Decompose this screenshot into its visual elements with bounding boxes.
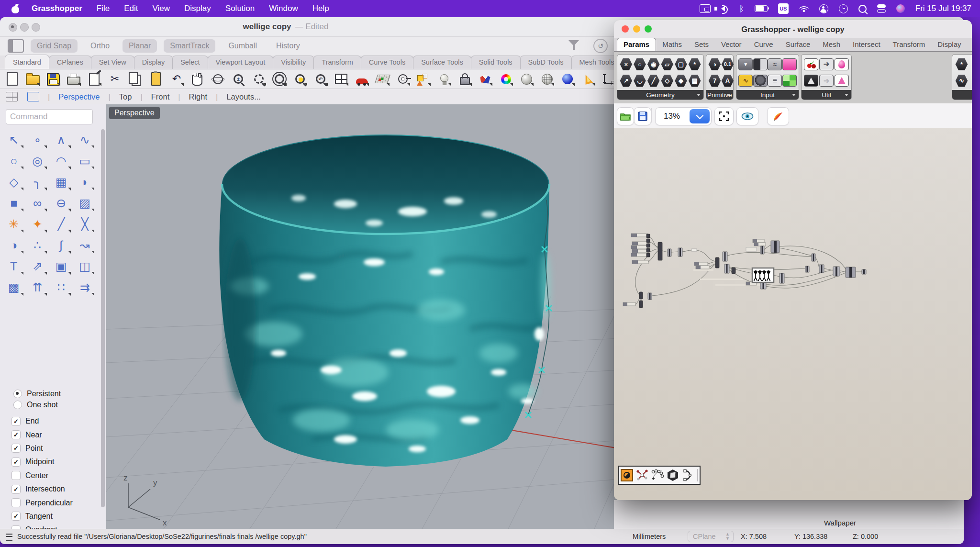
paste-icon[interactable] <box>148 71 164 87</box>
block-tool[interactable]: ▣ <box>49 256 73 277</box>
osnap-midpoint[interactable]: Midpoint <box>0 455 102 469</box>
patch-tool[interactable]: ▨ <box>73 192 97 213</box>
line-param-icon[interactable]: ╱ <box>647 74 660 87</box>
toggle-ortho[interactable]: Ortho <box>84 39 116 53</box>
curve-param-icon[interactable]: ◉ <box>647 58 660 71</box>
graph-mapper-icon[interactable] <box>768 58 782 70</box>
gh-canvas[interactable] <box>614 128 972 500</box>
box-tool[interactable]: ■ <box>2 192 26 213</box>
surface-curved-tool[interactable]: ◗ <box>73 171 97 192</box>
profiler-icon[interactable] <box>621 469 633 481</box>
plane-param-icon[interactable]: ▱ <box>661 58 674 71</box>
box-param-icon[interactable]: ▢ <box>674 58 687 71</box>
toggle-grid-snap[interactable]: Grid Snap <box>31 39 78 53</box>
galapagos-icon[interactable] <box>835 75 849 87</box>
lock-icon[interactable] <box>457 71 473 87</box>
zoom-back-icon[interactable]: ↶ <box>312 71 329 87</box>
osnap-point[interactable]: Point <box>0 442 102 455</box>
tab-standard[interactable]: Standard <box>5 55 49 69</box>
menu-file[interactable]: File <box>97 4 110 13</box>
tab-select[interactable]: Select <box>172 56 208 69</box>
osnap-tangent[interactable]: Tangent <box>0 510 102 523</box>
polygon-tool[interactable]: ◇ <box>2 171 26 192</box>
gh-tab-intersect[interactable]: Intersect <box>846 38 887 51</box>
gh-open-icon[interactable] <box>617 107 634 125</box>
sphere-tool[interactable]: ∞ <box>26 192 50 213</box>
scribble-icon[interactable] <box>738 75 753 87</box>
menu-display[interactable]: Display <box>184 4 211 13</box>
tab-solid-tools[interactable]: Solid Tools <box>471 56 521 69</box>
viewport-tab-top[interactable]: Top <box>119 92 132 101</box>
edit-file-icon[interactable] <box>86 71 102 87</box>
value-list-icon[interactable] <box>768 75 782 87</box>
brep-display-icon[interactable] <box>667 469 679 481</box>
gh-tab-transform[interactable]: Transform <box>887 38 932 51</box>
array-tool[interactable]: ∷ <box>49 277 73 298</box>
new-file-icon[interactable] <box>4 71 20 87</box>
gh-zoom-control[interactable]: 13% <box>655 107 712 125</box>
cplane-select[interactable]: CPlane▲▼ <box>688 531 734 542</box>
toggle-gumball[interactable]: Gumball <box>222 39 263 53</box>
osnap-near[interactable]: Near <box>0 428 102 441</box>
render-sphere-icon[interactable] <box>518 71 535 87</box>
gh-tab-maths[interactable]: Maths <box>656 38 688 51</box>
relay-icon[interactable] <box>819 58 834 70</box>
geometry-generic-icon[interactable]: × <box>620 58 633 71</box>
brep-param-icon[interactable]: ◆ <box>674 74 687 87</box>
gh-preview-icon[interactable] <box>736 107 758 125</box>
cherry-picker-icon[interactable] <box>804 58 818 70</box>
menu-help[interactable]: Help <box>312 4 329 13</box>
data-dam-icon[interactable] <box>804 75 818 87</box>
trim-tool[interactable]: ╱ <box>49 213 73 234</box>
named-views-icon[interactable] <box>354 71 370 87</box>
osnap-center[interactable]: Center <box>0 469 102 482</box>
tab-viewport-layout[interactable]: Viewport Layout <box>208 56 274 69</box>
volume-icon[interactable] <box>721 4 729 13</box>
pan-icon[interactable] <box>189 71 205 87</box>
viewport-overlay-label[interactable]: Perspective <box>109 107 160 119</box>
open-file-icon[interactable] <box>24 71 41 87</box>
gh-tab-pufferfish[interactable]: Pufferfish <box>968 38 972 51</box>
gh-tab-curve[interactable]: Curve <box>748 38 780 51</box>
rectangle-tool[interactable]: ▭ <box>73 150 97 171</box>
viewport-tab-perspective[interactable]: Perspective <box>58 92 100 101</box>
tab-surface-tools[interactable]: Surface Tools <box>413 56 471 69</box>
spotlight-icon[interactable] <box>858 4 867 13</box>
lightbulb-icon[interactable] <box>436 71 452 87</box>
cut-icon[interactable]: ✂ <box>107 71 123 87</box>
color-wheel-icon[interactable] <box>498 71 514 87</box>
select-tool[interactable]: ↖ <box>2 129 26 150</box>
tab-display[interactable]: Display <box>134 56 173 69</box>
gh-tab-surface[interactable]: Surface <box>780 38 817 51</box>
menu-window[interactable]: Window <box>269 4 298 13</box>
control-knob-icon[interactable] <box>753 75 768 87</box>
radio-persistent[interactable]: Persistent <box>0 389 102 399</box>
viewport-tab-right[interactable]: Right <box>189 92 208 101</box>
osnap-end[interactable]: End <box>0 414 102 428</box>
selection-filter-icon[interactable] <box>415 71 432 87</box>
arc-tool[interactable]: ◠ <box>49 150 73 171</box>
mesh-param-icon[interactable]: * <box>688 58 701 71</box>
burst-tool[interactable]: ✦ <box>26 213 50 234</box>
copy-icon[interactable] <box>127 71 144 87</box>
point-tool[interactable]: ∘ <box>26 129 50 150</box>
toggle-smarttrack[interactable]: SmartTrack <box>164 39 215 53</box>
wifi-icon[interactable] <box>799 4 809 13</box>
revolve-tool[interactable]: ⊖ <box>49 192 73 213</box>
render-blue-icon[interactable] <box>559 71 576 87</box>
text-tool[interactable]: T <box>2 256 26 277</box>
colour-swatch-icon[interactable] <box>782 75 797 87</box>
jump-icon[interactable] <box>835 58 849 70</box>
siri-icon[interactable] <box>896 4 905 13</box>
gh-tab-mesh[interactable]: Mesh <box>816 38 846 51</box>
rotate-view-icon[interactable] <box>210 71 226 87</box>
bluetooth-icon[interactable]: ᛒ <box>739 4 744 13</box>
integer-param-icon[interactable]: 7 <box>708 74 721 87</box>
gradient-icon[interactable] <box>782 58 797 70</box>
tab-visibility[interactable]: Visibility <box>273 56 314 69</box>
group-label-geometry[interactable]: Geometry <box>617 90 703 100</box>
gh-tab-params[interactable]: Params <box>617 38 656 51</box>
viewport-tab-front[interactable]: Front <box>151 92 170 101</box>
number-param-icon[interactable]: 0.1 <box>721 58 734 71</box>
gh-save-icon[interactable] <box>634 107 651 125</box>
